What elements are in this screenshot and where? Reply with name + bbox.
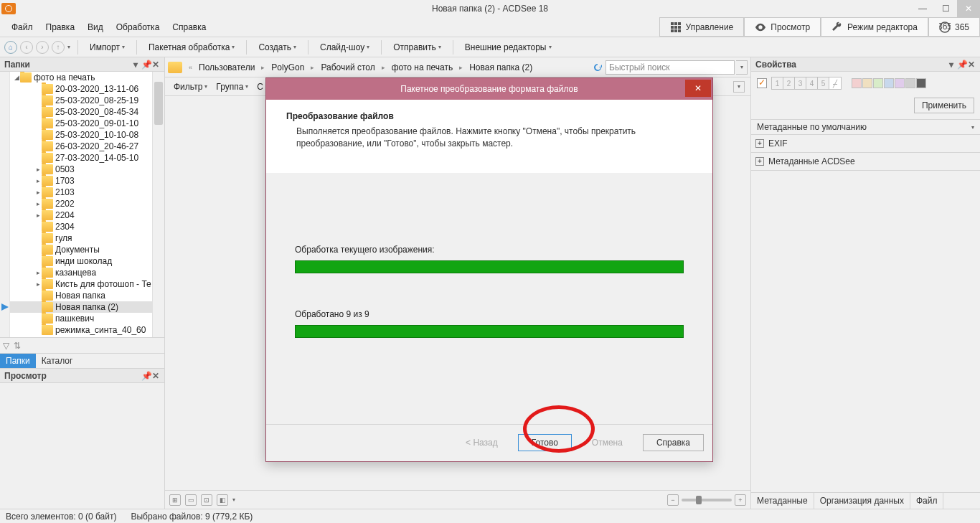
expander-icon[interactable]: ▸ xyxy=(34,281,42,288)
tree-row[interactable]: ▸2204 xyxy=(10,209,152,221)
tree-row[interactable]: пашкевич xyxy=(10,313,152,324)
tree-row[interactable]: 25-03-2020_10-10-08 xyxy=(10,129,152,141)
toolbar-slideshow[interactable]: Слайд-шоу▾ xyxy=(316,40,374,55)
tree-row[interactable]: ▸0503 xyxy=(10,164,152,175)
tree-row[interactable]: 27-03-2020_14-05-10 xyxy=(10,152,152,164)
refresh-button[interactable] xyxy=(591,61,604,74)
group-menu[interactable]: Группа▾ xyxy=(213,80,251,93)
tab-catalog[interactable]: Каталог xyxy=(36,354,79,368)
filter-icon[interactable]: ▽ xyxy=(3,341,9,351)
tree-row[interactable]: гуля xyxy=(10,232,152,244)
tree-row[interactable]: инди шоколад xyxy=(10,255,152,267)
sort-menu-cut[interactable]: С xyxy=(254,80,266,93)
breadcrumb-item[interactable]: Новая папка (2) xyxy=(466,61,535,74)
breadcrumb-item[interactable]: Пользователи xyxy=(196,61,258,74)
tree-row[interactable]: ▸1703 xyxy=(10,175,152,187)
toolbar-batch[interactable]: Пакетная обработка▾ xyxy=(144,40,239,55)
expander-icon[interactable]: ▸ xyxy=(34,177,42,184)
rating-numbers[interactable]: 12345╱ xyxy=(771,77,842,90)
panel-close-icon[interactable]: ✕ xyxy=(151,371,160,381)
color-swatch[interactable] xyxy=(862,78,872,88)
toolbar-import[interactable]: Импорт▾ xyxy=(85,40,129,55)
tree-row[interactable]: ▸2103 xyxy=(10,187,152,198)
maximize-button[interactable]: ☐ xyxy=(934,0,957,17)
tree-row[interactable]: режимка_синта_40_60 xyxy=(10,324,152,336)
expander-icon[interactable]: ▸ xyxy=(34,166,42,173)
mode-365[interactable]: 365 365 xyxy=(928,17,980,37)
search-dropdown[interactable]: ▾ xyxy=(736,60,748,75)
exif-section[interactable]: + EXIF xyxy=(751,135,980,152)
panel-close-icon[interactable]: ✕ xyxy=(151,60,160,70)
tree-row[interactable]: 2304 xyxy=(10,221,152,232)
close-button[interactable]: ✕ xyxy=(957,0,980,17)
panel-pin-icon[interactable]: 📌 xyxy=(957,60,966,70)
tree-row[interactable]: Документы xyxy=(10,244,152,255)
filter-menu[interactable]: Фильтр▾ xyxy=(171,80,210,93)
minimize-button[interactable]: — xyxy=(911,0,934,17)
mode-manage[interactable]: Управление xyxy=(659,17,745,37)
tab-organization[interactable]: Организация данных xyxy=(814,493,910,509)
view-mode-icon[interactable]: ▭ xyxy=(185,494,197,506)
color-swatch[interactable] xyxy=(905,78,915,88)
breadcrumb[interactable]: « Пользователи▸ PolyGon▸ Рабочий стол▸ ф… xyxy=(184,61,590,74)
nav-back[interactable]: ‹ xyxy=(20,41,33,54)
breadcrumb-item[interactable]: Рабочий стол xyxy=(318,61,377,74)
search-input[interactable]: Быстрый поиск xyxy=(606,60,735,75)
folder-tree[interactable]: ◢фото на печать20-03-2020_13-11-0625-03-… xyxy=(0,72,164,337)
sort-icon[interactable]: ⇅ xyxy=(14,341,21,351)
toolbar-editors[interactable]: Внешние редакторы▾ xyxy=(461,40,556,55)
tree-row[interactable]: 20-03-2020_13-11-06 xyxy=(10,83,152,95)
tab-file[interactable]: Файл xyxy=(910,493,944,509)
acdsee-meta-section[interactable]: + Метаданные ACDSee xyxy=(751,153,980,170)
toolbar-create[interactable]: Создать▾ xyxy=(254,40,301,55)
menu-edit[interactable]: Правка xyxy=(40,19,81,35)
menu-help[interactable]: Справка xyxy=(166,19,212,35)
expander-icon[interactable]: ◢ xyxy=(13,74,20,81)
tree-row[interactable]: ▸2202 xyxy=(10,198,152,209)
expand-icon[interactable]: + xyxy=(755,139,764,148)
color-swatch[interactable] xyxy=(873,78,883,88)
apply-button[interactable]: Применить xyxy=(914,98,974,113)
nav-up[interactable]: ↑ xyxy=(52,41,65,54)
dialog-close-button[interactable]: ✕ xyxy=(685,80,711,97)
tree-row[interactable]: ▸Кисть для фотошоп - Те xyxy=(10,278,152,290)
help-button[interactable]: Справка xyxy=(643,434,704,451)
expander-icon[interactable]: ▸ xyxy=(34,269,42,276)
panel-pin-icon[interactable]: 📌 xyxy=(141,371,150,381)
panel-close-icon[interactable]: ✕ xyxy=(967,60,976,70)
view-mode-icon[interactable]: ⊞ xyxy=(169,494,181,506)
nav-forward[interactable]: › xyxy=(36,41,49,54)
zoom-in-icon[interactable]: + xyxy=(735,494,746,506)
expand-icon[interactable]: + xyxy=(755,157,764,166)
color-swatch[interactable] xyxy=(916,78,926,88)
menu-file[interactable]: Файл xyxy=(6,19,39,35)
tree-row[interactable]: Новая папка xyxy=(10,290,152,301)
menu-process[interactable]: Обработка xyxy=(110,19,166,35)
view-options-dropdown[interactable]: ▾ xyxy=(733,81,745,93)
metadata-preset-dropdown[interactable]: Метаданные по умолчанию ▾ xyxy=(751,119,980,135)
view-mode-icon[interactable]: ◧ xyxy=(217,494,228,506)
toolbar-send[interactable]: Отправить▾ xyxy=(389,40,446,55)
tag-checkbox[interactable] xyxy=(757,78,767,88)
done-button[interactable]: Готово xyxy=(518,434,572,451)
color-swatch[interactable] xyxy=(884,78,894,88)
panel-menu-icon[interactable]: ▾ xyxy=(947,60,956,70)
tree-row[interactable]: 26-03-2020_20-46-27 xyxy=(10,141,152,152)
expander-icon[interactable]: ▸ xyxy=(34,189,42,196)
dialog-titlebar[interactable]: Пакетное преобразование формата файлов ✕ xyxy=(266,78,712,100)
color-swatch[interactable] xyxy=(852,78,862,88)
menu-view[interactable]: Вид xyxy=(82,19,109,35)
panel-menu-icon[interactable]: ▾ xyxy=(131,60,140,70)
zoom-control[interactable]: − + xyxy=(667,494,746,506)
color-swatches[interactable] xyxy=(852,78,926,88)
zoom-out-icon[interactable]: − xyxy=(667,494,679,506)
breadcrumb-item[interactable]: фото на печать xyxy=(389,61,456,74)
expander-icon[interactable]: ▸ xyxy=(34,200,42,207)
nav-home[interactable]: ⌂ xyxy=(4,41,17,54)
tree-row[interactable]: ◢фото на печать xyxy=(10,72,152,83)
color-swatch[interactable] xyxy=(895,78,905,88)
tree-row[interactable]: ▸казанцева xyxy=(10,267,152,278)
tab-folders[interactable]: Папки xyxy=(0,354,36,368)
mode-editor[interactable]: Режим редактора xyxy=(821,17,928,37)
panel-pin-icon[interactable]: 📌 xyxy=(141,60,150,70)
